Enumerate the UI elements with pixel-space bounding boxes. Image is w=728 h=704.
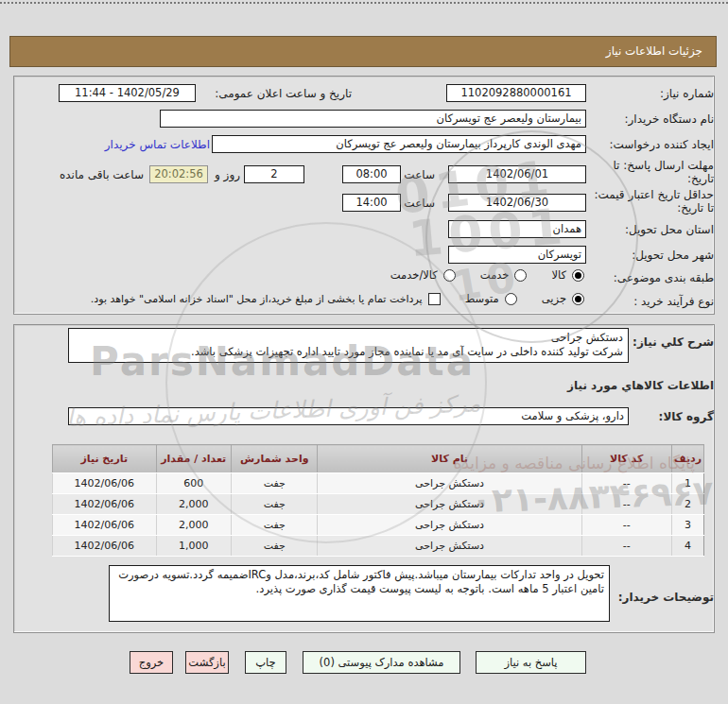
cell-row-number: 4: [671, 536, 703, 557]
page-root: { "titlebar": { "label": "جزئیات اطلاعات…: [0, 0, 728, 704]
cell-item-name: دستکش جراحی: [318, 494, 581, 515]
radio-medium[interactable]: [505, 293, 517, 305]
table-row: 1 -- دستکش جراحی جفت 600 1402/06/06: [53, 473, 704, 494]
request-creator-field[interactable]: مهدی الوندی کارپرداز بیمارستان ولیعصر عج…: [212, 135, 586, 153]
announce-datetime-label: تاریخ و ساعت اعلان عمومی:: [215, 87, 352, 100]
items-section-heading: اطلاعات کالاهاي مورد نیاز: [567, 379, 714, 392]
view-attachments-button[interactable]: مشاهده مدارک پیوستی (0): [303, 651, 460, 674]
table-row: 2 -- دستکش جراحی جفت 2,000 1402/06/06: [53, 494, 704, 515]
radio-partial-label: جزیی: [542, 292, 566, 305]
cell-item-code: --: [581, 515, 671, 536]
delivery-province-label: استان محل تحویل:: [589, 223, 714, 236]
radio-goods[interactable]: [572, 269, 584, 282]
table-row: 3 -- دستکش جراحی جفت 2,000 1402/06/06: [53, 515, 704, 536]
remaining-days-label: روز و: [215, 168, 240, 181]
classification-options: کالا خدمت کالا/خدمت: [390, 268, 584, 282]
items-table-header-row: ردیف کد کالا نام کالا واحد شمارش تعداد /…: [53, 445, 704, 473]
cell-item-name: دستکش جراحی: [318, 536, 581, 557]
cell-unit: جفت: [231, 473, 317, 494]
cell-need-date: 1402/06/06: [53, 473, 157, 494]
need-number-field[interactable]: 1102092880000161: [446, 84, 586, 102]
col-header-quantity: تعداد / مقدار: [156, 445, 231, 473]
cell-quantity: 2,000: [156, 494, 231, 515]
classification-label: طبقه بندی موضوعی:: [589, 271, 714, 284]
cell-quantity: 600: [156, 473, 231, 494]
radio-goods-service[interactable]: [443, 269, 456, 282]
remaining-days-field: 2: [244, 165, 304, 183]
page-top-divider: [0, 2, 728, 4]
respond-to-need-button[interactable]: پاسخ به نیاز: [476, 651, 586, 674]
buyer-org-label: نام دستگاه خریدار:: [589, 112, 714, 126]
cell-unit: جفت: [231, 515, 317, 536]
cell-unit: جفت: [231, 494, 317, 515]
col-header-item-code: کد کالا: [581, 445, 671, 473]
purchase-type-label: نوع فرآیند خرید :: [589, 295, 714, 308]
purchase-type-options: جزیی متوسط پرداخت تمام یا بخشی از مبلغ خ…: [91, 292, 584, 305]
col-header-unit: واحد شمارش: [231, 445, 317, 473]
cell-quantity: 1,000: [156, 536, 231, 557]
cell-row-number: 3: [671, 515, 703, 536]
announce-datetime-field[interactable]: 1402/05/29 - 11:44: [59, 84, 196, 102]
response-deadline-label: مهلت ارسال پاسخ: تا تاریخ:: [589, 159, 714, 185]
radio-service[interactable]: [514, 269, 527, 282]
back-button[interactable]: بازگشت: [185, 651, 229, 674]
buyer-notes-field[interactable]: تحویل در واحد تدارکات بیمارستان میباشد.پ…: [109, 565, 610, 622]
cell-item-code: --: [581, 494, 671, 515]
radio-partial[interactable]: [572, 293, 584, 305]
cell-row-number: 2: [671, 494, 703, 515]
delivery-city-label: شهر محل تحویل:: [589, 249, 714, 262]
treasury-docs-checkbox[interactable]: [428, 293, 441, 305]
cell-item-name: دستکش جراحی: [318, 515, 581, 536]
delivery-province-field[interactable]: همدان: [448, 220, 586, 238]
print-button[interactable]: چاپ: [245, 651, 286, 674]
cell-item-code: --: [581, 536, 671, 557]
table-row: 4 -- دستکش جراحی جفت 1,000 1402/06/06: [53, 536, 704, 557]
cell-need-date: 1402/06/06: [53, 494, 157, 515]
col-header-item-name: نام کالا: [318, 445, 581, 473]
price-validity-label: حداقل تاریخ اعتبار قیمت: تا تاریخ:: [589, 188, 714, 215]
radio-goods-label: کالا: [551, 268, 566, 282]
cell-unit: جفت: [231, 536, 317, 557]
request-creator-label: ایجاد کننده درخواست:: [589, 138, 714, 151]
remaining-suffix-label: ساعت باقی مانده: [60, 168, 144, 181]
deadline-hour-label: ساعت: [404, 168, 435, 181]
need-number-label: شماره نیاز:: [589, 87, 714, 100]
col-header-need-date: تاریخ نیاز: [53, 445, 157, 473]
response-deadline-time-field[interactable]: 08:00: [342, 165, 401, 183]
cell-item-code: --: [581, 473, 671, 494]
radio-service-label: خدمت: [480, 268, 510, 282]
buyer-org-field[interactable]: بیمارستان ولیعصر عج تویسرکان: [160, 110, 586, 128]
goods-group-field[interactable]: دارو، پزشکی و سلامت: [68, 407, 629, 425]
delivery-city-field[interactable]: تویسرکان: [448, 246, 586, 264]
remaining-time-counter: 20:02:56: [149, 165, 208, 183]
cell-row-number: 1: [671, 473, 703, 494]
radio-goods-service-label: کالا/خدمت: [390, 268, 438, 282]
buyer-contact-link[interactable]: اطلاعات تماس خریدار: [105, 138, 210, 151]
price-validity-date-field[interactable]: 1402/06/30: [448, 194, 586, 212]
exit-button[interactable]: خروج: [130, 651, 173, 674]
validity-hour-label: ساعت: [404, 197, 435, 210]
response-deadline-date-field[interactable]: 1402/06/01: [448, 165, 586, 183]
col-header-row-number: ردیف: [671, 445, 703, 473]
cell-item-name: دستکش جراحی: [318, 473, 581, 494]
need-summary-field[interactable]: دستکش جراحی شرکت تولید کننده داخلی در سا…: [68, 328, 629, 363]
cell-need-date: 1402/06/06: [53, 515, 157, 536]
items-table: ردیف کد کالا نام کالا واحد شمارش تعداد /…: [52, 444, 704, 557]
cell-quantity: 2,000: [156, 515, 231, 536]
treasury-docs-checkbox-label: پرداخت تمام یا بخشی از مبلغ خرید،از محل …: [91, 293, 423, 305]
price-validity-time-field[interactable]: 14:00: [342, 194, 401, 212]
radio-medium-label: متوسط: [465, 292, 499, 305]
cell-need-date: 1402/06/06: [53, 536, 157, 557]
page-title: جزئیات اطلاعات نیاز: [9, 36, 717, 67]
